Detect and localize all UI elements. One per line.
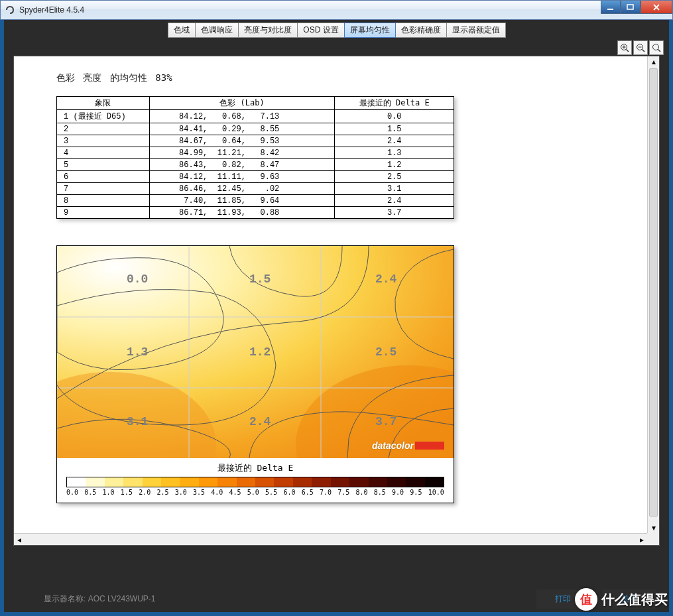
brand-badge: datacolor <box>372 440 444 451</box>
col-deltae: 最接近的 Delta E <box>335 97 454 110</box>
content-area: 色彩 亮度 的均匀性 83% 象限 色彩 (Lab) 最接近的 Delta E … <box>13 56 660 546</box>
toolbar <box>4 38 669 58</box>
scroll-left-icon[interactable]: ◂ <box>14 534 25 545</box>
svg-rect-1 <box>627 5 633 9</box>
cell-value-6: 2.5 <box>375 345 397 359</box>
page-heading: 色彩 亮度 的均匀性 83% <box>56 72 607 84</box>
vertical-scrollbar[interactable]: ▴ ▾ <box>647 56 659 533</box>
scroll-up-icon[interactable]: ▴ <box>648 56 659 67</box>
scroll-thumb[interactable] <box>649 68 658 517</box>
cell-value-1: 0.0 <box>127 273 148 286</box>
tab-brightness-contrast[interactable]: 亮度与对比度 <box>238 23 298 38</box>
svg-line-7 <box>642 50 645 52</box>
watermark: 值 什么值得买 <box>575 588 668 611</box>
zoom-in-button[interactable] <box>617 40 632 55</box>
window-minimize-button[interactable] <box>601 1 621 14</box>
table-row: 3 84.67, 0.64, 9.532.4 <box>57 135 454 147</box>
tab-strip: 色域 色调响应 亮度与对比度 OSD 设置 屏幕均匀性 色彩精确度 显示器额定值 <box>4 20 669 38</box>
window-titlebar: Spyder4Elite 4.5.4 <box>0 0 673 20</box>
svg-rect-0 <box>607 9 613 10</box>
table-row: 5 86.43, 0.82, 8.471.2 <box>57 159 454 171</box>
app-frame: 色域 色调响应 亮度与对比度 OSD 设置 屏幕均匀性 色彩精确度 显示器额定值… <box>4 20 669 612</box>
scroll-right-icon[interactable]: ▸ <box>637 534 647 545</box>
uniformity-chart: 0.0 1.5 2.4 1.3 1.2 2.5 3.1 2.4 3.7 data… <box>56 245 454 503</box>
tab-color-accuracy[interactable]: 色彩精确度 <box>395 23 447 38</box>
cell-value-8: 2.4 <box>249 415 271 428</box>
tab-osd-settings[interactable]: OSD 设置 <box>297 23 344 38</box>
table-row: 8 7.40, 11.85, 9.642.4 <box>57 195 454 207</box>
tab-tone-response[interactable]: 色调响应 <box>195 23 239 38</box>
window-title: Spyder4Elite 4.5.4 <box>19 5 84 15</box>
cell-value-7: 3.1 <box>127 415 149 428</box>
legend-bar <box>66 477 444 487</box>
zoom-fit-button[interactable] <box>649 40 664 55</box>
cell-value-2: 1.5 <box>249 273 271 286</box>
footer: 显示器名称: AOC LV243WUP-1 打印 关闭 <box>4 585 669 612</box>
watermark-text: 什么值得买 <box>601 591 668 609</box>
legend-title: 最接近的 Delta E <box>64 462 447 474</box>
app-icon <box>5 5 15 15</box>
table-row: 4 84.99, 11.21, 8.421.3 <box>57 147 454 159</box>
tab-gamut[interactable]: 色域 <box>168 23 196 38</box>
tab-monitor-rating[interactable]: 显示器额定值 <box>446 23 506 38</box>
tab-screen-uniformity[interactable]: 屏幕均匀性 <box>344 23 396 38</box>
col-lab: 色彩 (Lab) <box>149 97 335 110</box>
uniformity-table: 象限 色彩 (Lab) 最接近的 Delta E 1 (最接近 D65) 84.… <box>56 96 454 219</box>
cell-value-4: 1.3 <box>127 345 148 359</box>
col-quadrant: 象限 <box>57 97 150 110</box>
legend-ticks: 0.00.51.01.52.02.53.03.54.04.55.05.56.06… <box>66 487 444 496</box>
cell-value-3: 2.4 <box>375 273 397 286</box>
cell-value-9: 3.7 <box>375 415 397 428</box>
table-row: 1 (最接近 D65) 84.12, 0.68, 7.130.0 <box>57 110 454 123</box>
svg-line-10 <box>658 50 661 52</box>
cell-value-5: 1.2 <box>249 345 271 359</box>
table-row: 2 84.41, 0.29, 8.551.5 <box>57 123 454 135</box>
table-row: 9 86.71, 11.93, 0.883.7 <box>57 207 454 219</box>
monitor-name-value: AOC LV243WUP-1 <box>88 594 156 603</box>
legend: 最接近的 Delta E 0.00.51.01.52.02.53.03.54.0… <box>57 458 454 503</box>
window-close-button[interactable] <box>641 1 672 14</box>
horizontal-scrollbar[interactable]: ◂ ▸ <box>14 533 647 545</box>
watermark-badge-icon: 值 <box>575 588 597 611</box>
svg-point-9 <box>653 44 659 50</box>
table-row: 7 86.46, 12.45, .023.1 <box>57 183 454 195</box>
svg-line-3 <box>627 50 629 52</box>
zoom-out-button[interactable] <box>633 40 648 55</box>
window-maximize-button[interactable] <box>621 1 641 14</box>
monitor-name-label: 显示器名称: <box>44 593 86 605</box>
table-row: 6 84.12, 11.11, 9.632.5 <box>57 171 454 183</box>
scroll-down-icon[interactable]: ▾ <box>648 523 659 533</box>
